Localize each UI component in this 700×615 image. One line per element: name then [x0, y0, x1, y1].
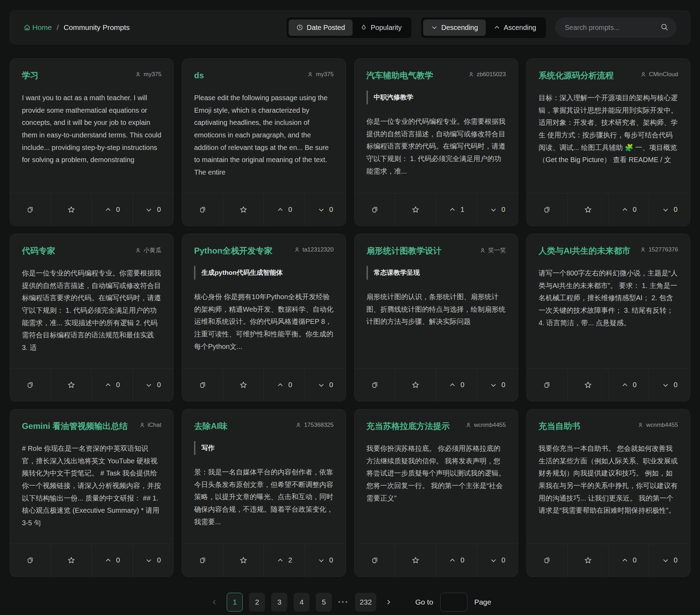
upvote-icon — [449, 206, 456, 214]
favorite-button[interactable] — [51, 193, 92, 226]
prompt-card[interactable]: Gemini 看油管视频输出总结 iChat # Role 你现在是一名资深的中… — [10, 409, 174, 577]
star-icon — [584, 381, 592, 389]
downvote-button[interactable]: 0 — [132, 544, 174, 576]
upvote-button[interactable]: 0 — [264, 369, 305, 401]
search-icon[interactable] — [660, 23, 669, 32]
copy-button[interactable] — [10, 193, 51, 226]
favorite-button[interactable] — [223, 369, 264, 401]
card-main: Python全栈开发专家 ta12312320 生成python代码生成智能体 … — [182, 234, 345, 368]
copy-button[interactable] — [182, 193, 223, 226]
card-footer: 0 0 — [10, 193, 173, 226]
sort-descending-button[interactable]: Descending — [423, 19, 486, 36]
downvote-count: 0 — [501, 206, 505, 214]
favorite-button[interactable] — [223, 193, 264, 226]
upvote-button[interactable]: 0 — [608, 193, 649, 226]
card-author-name: 笑一笑 — [488, 246, 506, 254]
prompt-card[interactable]: 学习 my375 I want you to act as a math tea… — [10, 58, 174, 226]
upvote-button[interactable]: 0 — [436, 369, 477, 401]
downvote-button[interactable]: 0 — [477, 369, 518, 401]
prompt-card[interactable]: 扇形统计图教学设计 笑一笑 常态课教学呈现 扇形统计图的认识，条形统计图、扇形统… — [354, 234, 518, 401]
favorite-button[interactable] — [567, 544, 608, 576]
copy-button[interactable] — [527, 544, 568, 576]
favorite-button[interactable] — [395, 369, 436, 401]
downvote-button[interactable]: 0 — [305, 544, 346, 576]
prompt-card[interactable]: Python全栈开发专家 ta12312320 生成python代码生成智能体 … — [182, 234, 346, 401]
card-header: 充当自助书 wcnmb4455 — [539, 421, 678, 431]
sort-date-posted-button[interactable]: Date Posted — [289, 19, 353, 36]
card-header: 人类与AI共生的未来都市 152776376 — [539, 245, 678, 256]
page-button-1[interactable]: 1 — [227, 593, 243, 612]
page-button-5[interactable]: 5 — [316, 593, 332, 612]
upvote-button[interactable]: 0 — [91, 193, 132, 226]
copy-button[interactable] — [355, 193, 395, 226]
breadcrumb-home-link[interactable]: Home — [23, 23, 52, 32]
downvote-button[interactable]: 0 — [305, 193, 346, 226]
sort-popularity-button[interactable]: Popularity — [353, 19, 409, 36]
card-body: 扇形统计图的认识，条形统计图、扇形统计图、折腾线统计图的特点与选择，绘制扇形统计… — [367, 291, 506, 328]
copy-button[interactable] — [182, 369, 223, 401]
prompt-card[interactable]: 去除AI味 175368325 写作 景：我是一名自媒体平台的内容创作者，依靠今… — [182, 409, 346, 577]
upvote-count: 2 — [288, 556, 292, 564]
upvote-count: 0 — [633, 556, 637, 564]
copy-button[interactable] — [355, 369, 395, 401]
copy-button[interactable] — [10, 369, 51, 401]
card-author: 152776376 — [640, 245, 678, 253]
person-icon — [135, 247, 141, 254]
favorite-button[interactable] — [567, 193, 608, 226]
upvote-button[interactable]: 0 — [91, 544, 132, 576]
next-page-button[interactable] — [383, 596, 394, 608]
prompt-card[interactable]: 人类与AI共生的未来都市 152776376 请写一个800字左右的科幻微小说，… — [526, 234, 690, 401]
favorite-button[interactable] — [567, 369, 608, 401]
sort-order-group: Descending Ascending — [421, 17, 546, 38]
copy-button[interactable] — [182, 544, 223, 576]
page-button-3[interactable]: 3 — [271, 593, 287, 612]
upvote-button[interactable]: 2 — [264, 544, 305, 576]
downvote-button[interactable]: 0 — [649, 544, 690, 576]
downvote-button[interactable]: 0 — [305, 369, 346, 401]
downvote-button[interactable]: 0 — [649, 369, 690, 401]
card-body: 我要你扮演苏格拉底。 你必须用苏格拉底的方法继续质疑我的信仰。 我将发表声明，您… — [367, 442, 506, 504]
prompt-card[interactable]: 充当自助书 wcnmb4455 我要你充当一本自助书。 您会就如何改善我生活的某… — [526, 409, 690, 577]
prev-page-button[interactable] — [209, 596, 220, 608]
card-header: 系统化源码分析流程 CMinCloud — [539, 70, 678, 81]
favorite-button[interactable] — [223, 544, 264, 576]
downvote-button[interactable]: 0 — [132, 369, 174, 401]
downvote-button[interactable]: 0 — [477, 544, 518, 576]
upvote-button[interactable]: 0 — [91, 369, 132, 401]
copy-button[interactable] — [355, 544, 395, 576]
card-main: 充当苏格拉底方法提示 wcnmb4455 我要你扮演苏格拉底。 你必须用苏格拉底… — [355, 409, 518, 544]
downvote-button[interactable]: 0 — [649, 193, 690, 226]
search-input[interactable] — [555, 17, 677, 38]
downvote-button[interactable]: 0 — [132, 193, 174, 226]
copy-icon — [543, 206, 551, 214]
prompt-card[interactable]: 充当苏格拉底方法提示 wcnmb4455 我要你扮演苏格拉底。 你必须用苏格拉底… — [354, 409, 518, 577]
page-button-4[interactable]: 4 — [293, 593, 309, 612]
upvote-button[interactable]: 0 — [608, 544, 649, 576]
last-page-button[interactable]: 232 — [355, 593, 376, 612]
goto-page-input[interactable] — [440, 593, 467, 612]
card-tag: 常态课教学呈现 — [367, 266, 506, 280]
chevron-down-icon — [431, 24, 438, 31]
favorite-button[interactable] — [51, 369, 92, 401]
upvote-button[interactable]: 0 — [608, 369, 649, 401]
favorite-button[interactable] — [395, 544, 436, 576]
prompt-card[interactable]: 代码专家 小黄瓜 你是一位专业的代码编程专业。你需要根据我提供的自然语言描述，自… — [10, 234, 174, 401]
upvote-button[interactable]: 1 — [436, 193, 477, 226]
sort-ascending-button[interactable]: Ascending — [486, 19, 544, 36]
downvote-icon — [317, 206, 325, 214]
copy-button[interactable] — [10, 544, 51, 576]
page-button-2[interactable]: 2 — [249, 593, 265, 612]
prompt-card[interactable]: 系统化源码分析流程 CMinCloud 目标：深入理解一个开源项目的架构与核心逻… — [526, 58, 690, 226]
favorite-button[interactable] — [395, 193, 436, 226]
copy-icon — [199, 381, 207, 389]
upvote-button[interactable]: 0 — [264, 193, 305, 226]
card-footer: 2 0 — [182, 544, 345, 576]
downvote-icon — [662, 206, 669, 214]
upvote-button[interactable]: 0 — [436, 544, 477, 576]
favorite-button[interactable] — [51, 544, 92, 576]
prompt-card[interactable]: ds my375 Please edit the following passa… — [182, 58, 346, 226]
prompt-card[interactable]: 汽车辅助电气教学 zb6015023 中职汽修教学 你是一位专业的代码编程专业。… — [354, 58, 518, 226]
copy-button[interactable] — [527, 193, 568, 226]
copy-button[interactable] — [527, 369, 568, 401]
downvote-button[interactable]: 0 — [477, 193, 518, 226]
